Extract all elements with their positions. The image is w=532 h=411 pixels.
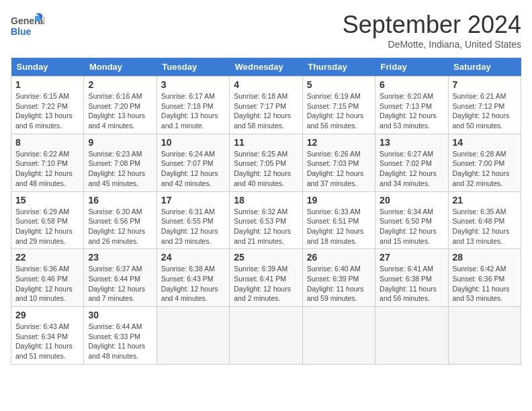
calendar-header: SundayMondayTuesdayWednesdayThursdayFrid… (11, 58, 521, 77)
day-detail: Sunrise: 6:40 AMSunset: 6:39 PMDaylight:… (307, 264, 371, 304)
col-header-tuesday: Tuesday (157, 58, 229, 77)
day-detail: Sunrise: 6:30 AMSunset: 6:56 PMDaylight:… (88, 207, 152, 246)
calendar-cell: 25Sunrise: 6:39 AMSunset: 6:41 PMDayligh… (230, 249, 302, 307)
day-detail: Sunrise: 6:38 AMSunset: 6:43 PMDaylight:… (161, 264, 225, 304)
day-number: 3 (161, 79, 225, 90)
day-detail: Sunrise: 6:35 AMSunset: 6:48 PMDaylight:… (453, 207, 517, 246)
day-detail: Sunrise: 6:28 AMSunset: 7:00 PMDaylight:… (453, 149, 517, 189)
calendar-cell: 1Sunrise: 6:15 AMSunset: 7:22 PMDaylight… (11, 77, 84, 134)
calendar-cell: 7Sunrise: 6:21 AMSunset: 7:12 PMDaylight… (448, 77, 521, 134)
day-number: 27 (380, 252, 443, 263)
calendar-cell: 17Sunrise: 6:31 AMSunset: 6:55 PMDayligh… (157, 191, 229, 249)
calendar-week-5: 29Sunrise: 6:43 AMSunset: 6:34 PMDayligh… (11, 307, 521, 365)
day-number: 22 (15, 252, 79, 263)
day-detail: Sunrise: 6:19 AMSunset: 7:15 PMDaylight:… (307, 91, 371, 131)
day-number: 10 (161, 137, 225, 148)
day-detail: Sunrise: 6:36 AMSunset: 6:46 PMDaylight:… (15, 264, 79, 304)
calendar-week-4: 22Sunrise: 6:36 AMSunset: 6:46 PMDayligh… (11, 249, 521, 307)
col-header-thursday: Thursday (302, 58, 375, 77)
calendar-cell (157, 307, 229, 365)
day-detail: Sunrise: 6:43 AMSunset: 6:34 PMDaylight:… (15, 322, 79, 361)
calendar-cell: 11Sunrise: 6:25 AMSunset: 7:05 PMDayligh… (230, 134, 302, 191)
calendar-cell: 5Sunrise: 6:19 AMSunset: 7:15 PMDaylight… (302, 77, 375, 134)
day-number: 4 (234, 79, 298, 90)
col-header-sunday: Sunday (11, 58, 84, 77)
calendar-cell: 21Sunrise: 6:35 AMSunset: 6:48 PMDayligh… (448, 191, 521, 249)
calendar-cell: 8Sunrise: 6:22 AMSunset: 7:10 PMDaylight… (11, 134, 84, 191)
calendar-cell: 16Sunrise: 6:30 AMSunset: 6:56 PMDayligh… (84, 191, 157, 249)
day-number: 16 (88, 195, 152, 205)
day-number: 18 (234, 195, 298, 205)
day-number: 8 (15, 137, 79, 148)
calendar-body: 1Sunrise: 6:15 AMSunset: 7:22 PMDaylight… (11, 77, 521, 365)
col-header-friday: Friday (375, 58, 448, 77)
day-number: 2 (88, 79, 152, 90)
day-detail: Sunrise: 6:31 AMSunset: 6:55 PMDaylight:… (161, 207, 225, 246)
location: DeMotte, Indiana, United States (343, 39, 521, 50)
calendar-cell: 18Sunrise: 6:32 AMSunset: 6:53 PMDayligh… (230, 191, 302, 249)
month-title: September 2024 (343, 11, 521, 39)
calendar-cell: 20Sunrise: 6:34 AMSunset: 6:50 PMDayligh… (375, 191, 448, 249)
day-detail: Sunrise: 6:15 AMSunset: 7:22 PMDaylight:… (15, 91, 79, 131)
day-number: 13 (380, 137, 443, 148)
day-detail: Sunrise: 6:16 AMSunset: 7:20 PMDaylight:… (88, 91, 152, 131)
day-number: 28 (453, 252, 517, 263)
day-number: 29 (15, 310, 79, 320)
day-detail: Sunrise: 6:26 AMSunset: 7:03 PMDaylight:… (307, 149, 371, 189)
day-detail: Sunrise: 6:29 AMSunset: 6:58 PMDaylight:… (15, 207, 79, 246)
calendar-cell (448, 307, 521, 365)
day-detail: Sunrise: 6:41 AMSunset: 6:38 PMDaylight:… (380, 264, 443, 304)
page-header: General Blue September 2024 DeMotte, Ind… (11, 11, 521, 50)
col-header-saturday: Saturday (448, 58, 521, 77)
day-number: 21 (453, 195, 517, 205)
day-number: 11 (234, 137, 298, 148)
day-number: 14 (453, 137, 517, 148)
calendar-cell: 28Sunrise: 6:42 AMSunset: 6:36 PMDayligh… (448, 249, 521, 307)
day-number: 30 (88, 310, 152, 320)
day-detail: Sunrise: 6:39 AMSunset: 6:41 PMDaylight:… (234, 264, 298, 304)
calendar-week-1: 1Sunrise: 6:15 AMSunset: 7:22 PMDaylight… (11, 77, 521, 134)
col-header-wednesday: Wednesday (230, 58, 302, 77)
header-row: SundayMondayTuesdayWednesdayThursdayFrid… (11, 58, 521, 77)
day-number: 19 (307, 195, 371, 205)
calendar-cell: 30Sunrise: 6:44 AMSunset: 6:33 PMDayligh… (84, 307, 157, 365)
calendar-cell: 19Sunrise: 6:33 AMSunset: 6:51 PMDayligh… (302, 191, 375, 249)
calendar-cell: 23Sunrise: 6:37 AMSunset: 6:44 PMDayligh… (84, 249, 157, 307)
day-number: 6 (380, 79, 443, 90)
day-detail: Sunrise: 6:27 AMSunset: 7:02 PMDaylight:… (380, 149, 443, 189)
calendar-cell (375, 307, 448, 365)
title-block: September 2024 DeMotte, Indiana, United … (343, 11, 521, 50)
calendar-cell: 27Sunrise: 6:41 AMSunset: 6:38 PMDayligh… (375, 249, 448, 307)
day-detail: Sunrise: 6:22 AMSunset: 7:10 PMDaylight:… (15, 149, 79, 189)
calendar-cell: 24Sunrise: 6:38 AMSunset: 6:43 PMDayligh… (157, 249, 229, 307)
day-number: 7 (453, 79, 517, 90)
calendar-cell: 10Sunrise: 6:24 AMSunset: 7:07 PMDayligh… (157, 134, 229, 191)
day-detail: Sunrise: 6:42 AMSunset: 6:36 PMDaylight:… (453, 264, 517, 304)
calendar-cell: 14Sunrise: 6:28 AMSunset: 7:00 PMDayligh… (448, 134, 521, 191)
calendar-cell: 15Sunrise: 6:29 AMSunset: 6:58 PMDayligh… (11, 191, 84, 249)
day-number: 24 (161, 252, 225, 263)
calendar-cell: 4Sunrise: 6:18 AMSunset: 7:17 PMDaylight… (230, 77, 302, 134)
day-number: 9 (88, 137, 152, 148)
calendar-cell (302, 307, 375, 365)
day-detail: Sunrise: 6:21 AMSunset: 7:12 PMDaylight:… (453, 91, 517, 131)
day-detail: Sunrise: 6:18 AMSunset: 7:17 PMDaylight:… (234, 91, 298, 131)
day-detail: Sunrise: 6:44 AMSunset: 6:33 PMDaylight:… (88, 322, 152, 361)
day-number: 12 (307, 137, 371, 148)
calendar-cell: 22Sunrise: 6:36 AMSunset: 6:46 PMDayligh… (11, 249, 84, 307)
day-detail: Sunrise: 6:23 AMSunset: 7:08 PMDaylight:… (88, 149, 152, 189)
calendar-week-2: 8Sunrise: 6:22 AMSunset: 7:10 PMDaylight… (11, 134, 521, 191)
day-detail: Sunrise: 6:24 AMSunset: 7:07 PMDaylight:… (161, 149, 225, 189)
calendar-cell (230, 307, 302, 365)
day-detail: Sunrise: 6:34 AMSunset: 6:50 PMDaylight:… (380, 207, 443, 246)
day-detail: Sunrise: 6:20 AMSunset: 7:13 PMDaylight:… (380, 91, 443, 131)
calendar-cell: 3Sunrise: 6:17 AMSunset: 7:18 PMDaylight… (157, 77, 229, 134)
day-detail: Sunrise: 6:32 AMSunset: 6:53 PMDaylight:… (234, 207, 298, 246)
day-number: 23 (88, 252, 152, 263)
day-number: 26 (307, 252, 371, 263)
calendar-week-3: 15Sunrise: 6:29 AMSunset: 6:58 PMDayligh… (11, 191, 521, 249)
day-detail: Sunrise: 6:25 AMSunset: 7:05 PMDaylight:… (234, 149, 298, 189)
calendar-cell: 13Sunrise: 6:27 AMSunset: 7:02 PMDayligh… (375, 134, 448, 191)
day-detail: Sunrise: 6:37 AMSunset: 6:44 PMDaylight:… (88, 264, 152, 304)
calendar-cell: 2Sunrise: 6:16 AMSunset: 7:20 PMDaylight… (84, 77, 157, 134)
